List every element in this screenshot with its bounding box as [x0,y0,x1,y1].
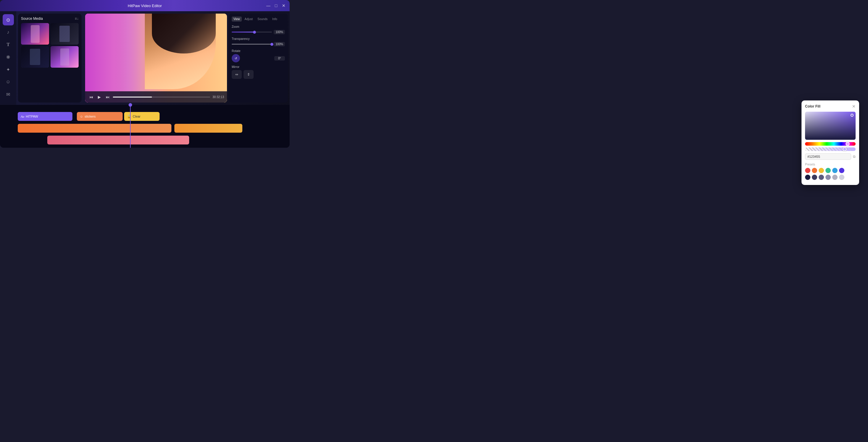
sidebar: ⊙ ♪ T ❋ ✦ ☺ ✉ [0,11,16,105]
chip-text-label: HITPAW [26,115,38,118]
chip-sticker-label: stickers [85,115,95,118]
timeline-bar-orange1[interactable] [18,124,172,133]
source-media-header: Source Media ≡↓ [21,17,79,21]
chip-hitpaw[interactable]: Aa HITPAW [18,112,72,121]
app-window: HitPaw Video Editor — □ ✕ ⊙ ♪ T ❋ ✦ ☺ ✉ … [0,0,290,148]
transparency-slider-row: 100% [232,42,285,46]
track-pink [18,135,272,145]
tab-view[interactable]: View [232,17,242,22]
right-panel: View Adjust Sounds Info Zoom 100% Transp [229,13,288,102]
media-thumb-2[interactable] [51,23,79,44]
media-thumb-3[interactable] [21,46,49,68]
sidebar-item-music[interactable]: ♪ [3,27,14,38]
zoom-fill [232,32,254,32]
tab-info[interactable]: Info [271,17,279,22]
transparency-label: Transparency [232,37,285,40]
chip-stickers[interactable]: ☺ stickers [77,112,123,121]
mirror-label: Mirror [232,65,285,68]
flip-vertical-button[interactable]: ⇕ [244,70,254,79]
sidebar-item-mail[interactable]: ✉ [3,89,14,100]
sort-icon[interactable]: ≡↓ [75,17,79,21]
zoom-label: Zoom [232,25,285,28]
preview-area: ⏮ ▶ ⏭ 30:32:13 [83,11,229,105]
playhead [130,105,131,148]
flip-horizontal-button[interactable]: ⇔ [232,70,242,79]
rotate-value: 0° [274,56,285,61]
main-content: ⊙ ♪ T ❋ ✦ ☺ ✉ Source Media ≡↓ [0,11,290,105]
rewind-button[interactable]: ⏮ [88,95,94,99]
track-chips: Aa HITPAW ☺ stickers 🔒 Clear [18,112,272,121]
source-media-panel: Source Media ≡↓ [18,13,82,102]
time-display: 30:32:13 [213,95,224,99]
timeline-area: Aa HITPAW ☺ stickers 🔒 Clear [0,105,290,148]
close-button[interactable]: ✕ [281,3,286,8]
transparency-fill [232,44,272,44]
media-grid [21,23,79,68]
mirror-buttons: ⇔ ⇕ [232,70,285,79]
playhead-dot [129,103,132,107]
media-thumb-4[interactable] [51,46,79,68]
chip-clear-label: Clear [133,115,141,118]
play-button[interactable]: ▶ [96,95,102,99]
rotate-button[interactable]: ↺ [232,54,240,62]
media-thumb-1[interactable] [21,23,49,44]
chip-clear[interactable]: 🔒 Clear [124,112,160,121]
sidebar-item-text[interactable]: T [3,39,14,50]
zoom-slider[interactable] [232,32,272,32]
transparency-dot [271,43,273,46]
timeline-bar-orange2[interactable] [174,124,242,133]
title-bar: HitPaw Video Editor — □ ✕ [0,0,290,11]
transparency-section: Transparency 100% [232,37,285,46]
zoom-dot [253,31,256,34]
sidebar-item-magic[interactable]: ✦ [3,64,14,75]
transparency-slider[interactable] [232,44,272,44]
rotate-controls: ↺ 0° [232,54,285,62]
timeline-tracks: Aa HITPAW ☺ stickers 🔒 Clear [18,108,272,145]
zoom-section: Zoom 100% [232,25,285,34]
zoom-value: 100% [274,30,285,34]
window-controls: — □ ✕ [266,3,286,8]
app-title: HitPaw Video Editor [128,4,162,8]
progress-bar[interactable] [113,97,210,97]
rotate-label: Rotate [232,49,285,53]
timeline-bar-pink[interactable] [47,136,189,145]
rotate-section: Rotate ↺ 0° [232,49,285,62]
chip-text-icon: Aa [21,115,24,118]
sidebar-item-effects[interactable]: ⊙ [3,14,14,25]
progress-fill [113,97,152,97]
forward-button[interactable]: ⏭ [104,95,111,99]
video-preview: ⏮ ▶ ⏭ 30:32:13 [85,13,227,102]
panel-tabs: View Adjust Sounds Info [232,17,285,22]
source-media-title: Source Media [21,17,43,21]
sidebar-item-sticker[interactable]: ☺ [3,76,14,88]
track-orange [18,123,272,133]
maximize-button[interactable]: □ [274,3,278,8]
mirror-section: Mirror ⇔ ⇕ [232,65,285,79]
transparency-value: 100% [274,42,285,46]
chip-sticker-icon: ☺ [80,115,83,118]
sidebar-item-filter[interactable]: ❋ [3,52,14,63]
zoom-slider-row: 100% [232,30,285,34]
tab-adjust[interactable]: Adjust [243,17,255,22]
minimize-button[interactable]: — [266,3,271,8]
video-controls-bar: ⏮ ▶ ⏭ 30:32:13 [85,91,227,102]
tab-sounds[interactable]: Sounds [256,17,269,22]
